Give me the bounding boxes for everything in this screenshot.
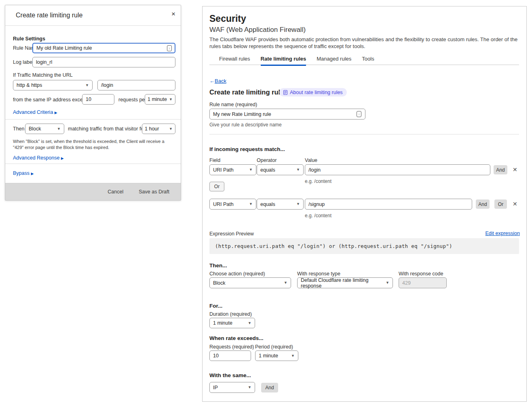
dialog-divider-2 [5,164,181,164]
duration-select[interactable]: 1 hour ▼ [142,124,175,134]
value-column-label: Value [305,157,317,163]
duration-label: Duration (required) [209,311,252,317]
section-divider [209,134,519,134]
action-select[interactable]: Block ▼ [25,124,64,134]
tab-rate-limiting-rules[interactable]: Rate limiting rules [261,56,306,66]
scheme-value: http & https [17,82,42,88]
dialog-divider-1 [5,119,181,120]
remove-row-icon[interactable]: ✕ [513,166,517,173]
field-select[interactable]: URI Path ▼ [209,164,256,175]
period-label: Period (required) [255,344,293,350]
and-button[interactable]: And [261,383,278,392]
then-label: Then [13,126,25,132]
chevron-down-icon: ▼ [169,127,173,131]
close-icon[interactable]: × [171,10,175,18]
block-note: When "Block" is set, when the threshold … [13,138,171,150]
tab-firewall-rules[interactable]: Firewall rules [219,56,250,66]
triangle-right-icon: ▶ [55,111,57,115]
document-icon [283,90,287,95]
or-button[interactable]: Or [494,199,507,209]
chevron-down-icon: ▼ [248,321,251,325]
advanced-response-link[interactable]: Advanced Response ▶ [13,155,64,161]
threshold-requests-input[interactable] [82,94,114,105]
log-label-input[interactable] [32,57,175,67]
for-heading: For... [209,303,222,309]
url-input[interactable] [97,80,175,90]
security-waf-panel: Security WAF (Web Application Firewall) … [202,6,527,402]
expression-code: (http.request.uri.path eq "/login") or (… [209,238,519,254]
chevron-down-icon: ▼ [85,84,89,87]
value-helper: e.g. /content [305,178,331,184]
dialog-header-divider [5,25,181,26]
period-select[interactable]: 1 minute ▼ [255,350,298,361]
chevron-down-icon: ▼ [386,281,389,285]
characteristic-select[interactable]: IP ▼ [209,382,255,393]
and-button[interactable]: And [476,199,490,209]
threshold-period-select[interactable]: 1 minute ▼ [145,94,175,105]
duration-select[interactable]: 1 minute ▼ [209,318,255,328]
rule-name-helper: Give your rule a descriptive name [209,122,282,128]
field-select[interactable]: URI Path ▼ [209,199,256,210]
chevron-down-icon: ▼ [169,98,173,101]
chevron-down-icon: ▼ [248,386,251,389]
about-rate-limiting-badge[interactable]: About rate limiting rules [279,88,347,97]
then-suffix: matching traffic from that visitor for [68,126,146,132]
chevron-down-icon: ▼ [57,127,61,131]
remove-row-icon[interactable]: ✕ [513,201,517,207]
triangle-right-icon: ▶ [61,156,64,160]
operator-select[interactable]: equals ▼ [257,199,304,210]
chevron-down-icon: ▼ [284,281,287,285]
same-heading: With the same... [209,372,251,378]
and-button[interactable]: And [494,165,507,174]
match-heading: If incoming requests match... [209,146,285,152]
rate-heading: When rate exceeds... [209,335,264,341]
rule-name-label: Rule name (required) [209,102,257,107]
chevron-down-icon: ▼ [296,202,300,206]
log-label-label: Log label [13,59,34,65]
or-connector-button[interactable]: Or [209,182,224,191]
response-code-label: With response code [399,271,443,277]
requests-input[interactable] [209,350,251,361]
chevron-down-icon: ▼ [249,168,253,172]
legacy-rate-limit-dialog: Create rate limiting rule × Rule Setting… [5,5,181,201]
tab-managed-rules[interactable]: Managed rules [317,56,351,66]
page-description: The Cloudflare WAF provides both automat… [209,36,518,50]
form-title: Create rate limiting rule [209,88,284,96]
threshold-period-value: 1 minute [148,97,167,102]
save-as-draft-button[interactable]: Save as Draft [139,189,169,195]
choose-action-select[interactable]: Block ▼ [209,277,291,288]
response-code-input [399,277,447,288]
page-subtitle: WAF (Web Application Firewall) [209,26,306,34]
back-link[interactable]: ←Back [209,78,226,84]
rule-name-input[interactable] [209,109,365,120]
cancel-button[interactable]: Cancel [108,189,123,195]
dialog-footer: Cancel Save as Draft [5,183,181,200]
tab-bar: Firewall rules Rate limiting rules Manag… [219,56,374,66]
operator-select[interactable]: equals ▼ [257,164,304,175]
advanced-criteria-link[interactable]: Advanced Criteria ▶ [13,109,57,115]
response-type-label: With response type [297,271,340,277]
choose-action-label: Choose action (required) [209,271,265,277]
scheme-select[interactable]: http & https ▼ [13,80,93,90]
response-type-select[interactable]: Default Cloudflare rate limiting respons… [297,277,393,288]
then-heading: Then... [209,262,227,269]
chevron-down-icon: ▼ [249,202,253,206]
bypass-link[interactable]: Bypass ▶ [13,170,34,176]
traffic-match-label: If Traffic Matching the URL [13,72,73,78]
rule-settings-heading: Rule Settings [13,36,45,42]
operator-column-label: Operator [257,157,277,163]
value-input[interactable] [305,164,490,175]
chevron-down-icon: ▼ [296,168,300,172]
action-value: Block [29,126,41,132]
threshold-middle: requests per [118,97,146,103]
autofill-extension-icon[interactable]: ↓ [167,45,172,51]
edit-expression-link[interactable]: Edit expression [486,231,520,236]
page-title: Security [209,13,246,24]
rule-name-input[interactable] [32,43,175,53]
expression-preview-label: Expression Preview [209,231,254,237]
triangle-right-icon: ▶ [31,172,34,176]
autofill-extension-icon[interactable]: ↓ [357,111,361,117]
value-input[interactable] [305,199,472,210]
tab-tools[interactable]: Tools [362,56,374,66]
threshold-prefix: from the same IP address exceeds [13,97,91,103]
